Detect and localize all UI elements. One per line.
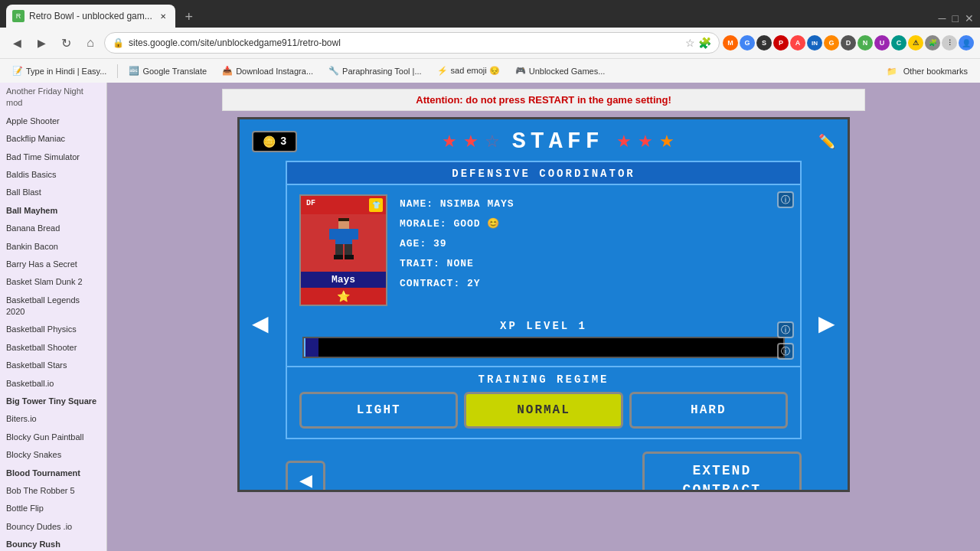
- sidebar-item-apple-shooter[interactable]: Apple Shooter: [0, 112, 106, 130]
- back-button[interactable]: ◀: [6, 32, 28, 54]
- hindi-icon: 📝: [12, 66, 23, 76]
- ext-puzzle-icon[interactable]: ⋮: [942, 35, 957, 51]
- coin-count: 3: [280, 135, 286, 148]
- game-top-bar: 🪙 3 ★ ★ ☆ STAFF ★ ★ ★ ✏️: [240, 119, 848, 161]
- bookmark-paraphrase[interactable]: 🔧 Paraphrasing Tool |...: [322, 64, 428, 77]
- game-title-area: ★ ★ ☆ STAFF ★ ★ ★: [442, 129, 675, 155]
- game-title-text: STAFF: [512, 129, 604, 155]
- sidebar-item-biters[interactable]: Biters.io: [0, 410, 106, 428]
- sidebar-item-basketball-shooter[interactable]: Basketball Shooter: [0, 339, 106, 357]
- forward-button[interactable]: ▶: [31, 32, 52, 54]
- sidebar-item-bankin[interactable]: Bankin Bacon: [0, 238, 106, 256]
- ext-multi-icon[interactable]: A: [790, 35, 805, 51]
- sidebar-item-backflip[interactable]: Backflip Maniac: [0, 130, 106, 148]
- section-title: DEFENSIVE COORDINATOR: [452, 168, 635, 180]
- extensions-icon[interactable]: 🧩: [698, 37, 711, 49]
- sidebar-item-another-friday[interactable]: Another Friday Night mod: [0, 83, 106, 112]
- star-left-1: ★: [442, 132, 457, 152]
- home-button[interactable]: ⌂: [80, 32, 101, 54]
- sidebar-item-banana[interactable]: Banana Bread: [0, 220, 106, 237]
- bookmark-divider-1: [117, 64, 118, 78]
- pencil-icon[interactable]: ✏️: [818, 133, 835, 150]
- position-label: DF: [304, 198, 318, 212]
- info-button-2[interactable]: ⓘ: [777, 321, 794, 338]
- ext-dark-icon[interactable]: D: [841, 35, 856, 51]
- close-button[interactable]: ✕: [965, 12, 974, 24]
- emoji-icon: ⚡: [437, 66, 448, 76]
- sidebar-item-bouncy-dudes[interactable]: Bouncy Dudes .io: [0, 518, 106, 536]
- bookmark-translate[interactable]: 🔤 Google Translate: [122, 64, 213, 77]
- tab-close-button[interactable]: ✕: [157, 10, 169, 22]
- paraphrase-label: Paraphrasing Tool |...: [342, 67, 422, 76]
- player-info: NAME: NSIMBA MAYS MORALE: GOOD 😊 AGE: 39…: [400, 194, 788, 306]
- ext-purple-icon[interactable]: U: [874, 35, 890, 51]
- sidebar-item-basketball-physics[interactable]: Basketball Physics: [0, 321, 106, 338]
- info-button-1[interactable]: ⓘ: [777, 191, 794, 208]
- sidebar-item-ball-blast[interactable]: Ball Blast: [0, 184, 106, 201]
- sidebar-item-basket-slam[interactable]: Basket Slam Dunk 2: [0, 273, 106, 291]
- ext-red-icon[interactable]: P: [773, 35, 789, 51]
- sidebar-item-blocky-gun[interactable]: Blocky Gun Paintball: [0, 429, 106, 446]
- ext-ext-icon[interactable]: 🧩: [925, 35, 940, 51]
- sidebar-item-basketball-stars[interactable]: Basketball Stars: [0, 357, 106, 374]
- maximize-button[interactable]: □: [952, 12, 959, 24]
- player-name: NAME: NSIMBA MAYS: [400, 194, 788, 214]
- training-hard-button[interactable]: HARD: [629, 392, 788, 429]
- star-right-2: ★: [638, 132, 653, 152]
- sidebar-item-bad-time[interactable]: Bad Time Simulator: [0, 148, 106, 166]
- ext-green-icon[interactable]: N: [858, 35, 873, 51]
- staff-card: DEFENSIVE COORDINATOR DF 👕: [286, 161, 802, 439]
- extend-contract-button[interactable]: EXTENDCONTRACT: [642, 452, 802, 492]
- active-tab[interactable]: R Retro Bowl - unblocked gam... ✕: [6, 5, 175, 28]
- ext-blue-icon[interactable]: IN: [807, 35, 822, 51]
- address-bar[interactable]: 🔒 sites.google.com/site/unblockedgame911…: [104, 32, 720, 54]
- bookmark-star-icon[interactable]: ☆: [685, 37, 695, 49]
- sidebar-item-barry[interactable]: Barry Has a Secret: [0, 256, 106, 273]
- training-normal-button[interactable]: NORMAL: [464, 392, 622, 429]
- bookmark-hindi[interactable]: 📝 Type in Hindi | Easy...: [6, 64, 113, 77]
- sidebar-item-bottle-flip[interactable]: Bottle Flip: [0, 500, 106, 517]
- sidebar-item-blocky-snakes[interactable]: Blocky Snakes: [0, 446, 106, 464]
- sidebar-item-ball-mayhem[interactable]: Ball Mayhem: [0, 202, 106, 220]
- bookmarks-bar: 📝 Type in Hindi | Easy... 🔤 Google Trans…: [0, 58, 980, 83]
- ext-teal-icon[interactable]: C: [891, 35, 906, 51]
- sidebar-item-bob[interactable]: Bob The Robber 5: [0, 482, 106, 500]
- training-buttons: LIGHT NORMAL HARD: [299, 392, 788, 429]
- ext-m-icon[interactable]: M: [723, 35, 738, 51]
- ext-account-icon[interactable]: 👤: [959, 35, 974, 51]
- bookmark-unblocked[interactable]: 🎮 Unblocked Games...: [509, 64, 612, 77]
- sidebar-item-blood[interactable]: Blood Tournament: [0, 465, 106, 482]
- ext-search-icon[interactable]: G: [740, 35, 755, 51]
- sidebar-item-basketball-legends[interactable]: Basketball Legends 2020: [0, 292, 106, 321]
- bookmark-emoji[interactable]: ⚡ sad emoji 😔: [431, 64, 506, 77]
- sidebar-item-basketball-io[interactable]: Basketball.io: [0, 375, 106, 393]
- hindi-label: Type in Hindi | Easy...: [26, 67, 106, 76]
- refresh-button[interactable]: ↻: [55, 32, 77, 54]
- portrait-stars: ⭐: [301, 288, 386, 305]
- sidebar-item-baldis[interactable]: Baldis Basics: [0, 166, 106, 184]
- nav-arrow-right[interactable]: ▶: [818, 311, 835, 336]
- other-bookmarks[interactable]: 📁 Other bookmarks: [880, 64, 974, 78]
- jersey-number: 👕: [369, 198, 383, 212]
- new-tab-button[interactable]: +: [178, 6, 200, 28]
- nav-arrow-left[interactable]: ◀: [252, 311, 269, 336]
- training-header: TRAINING REGIME: [299, 373, 788, 386]
- training-light-button[interactable]: LIGHT: [299, 392, 458, 429]
- coin-display: 🪙 3: [252, 131, 297, 152]
- ext-orange-icon[interactable]: G: [824, 35, 839, 51]
- ext-shield-icon[interactable]: S: [756, 35, 772, 51]
- svg-rect-8: [345, 255, 354, 259]
- svg-rect-6: [345, 244, 352, 255]
- info-button-3[interactable]: ⓘ: [777, 343, 794, 360]
- player-portrait: DF 👕: [299, 194, 387, 306]
- svg-rect-5: [335, 244, 343, 255]
- attention-text: Attention: do not press RESTART in the g…: [416, 94, 671, 106]
- sidebar-item-bouncy-rush[interactable]: Bouncy Rush: [0, 536, 106, 551]
- minimize-button[interactable]: ─: [939, 12, 946, 24]
- back-game-button[interactable]: ◀: [286, 461, 325, 492]
- bookmark-instagram[interactable]: 📥 Download Instagra...: [216, 64, 319, 77]
- ext-warn-icon[interactable]: ⚠: [908, 35, 923, 51]
- xp-header: XP LEVEL 1: [299, 320, 788, 332]
- sidebar-item-big-tower[interactable]: Big Tower Tiny Square: [0, 393, 106, 410]
- star-left-hollow: ☆: [485, 132, 500, 152]
